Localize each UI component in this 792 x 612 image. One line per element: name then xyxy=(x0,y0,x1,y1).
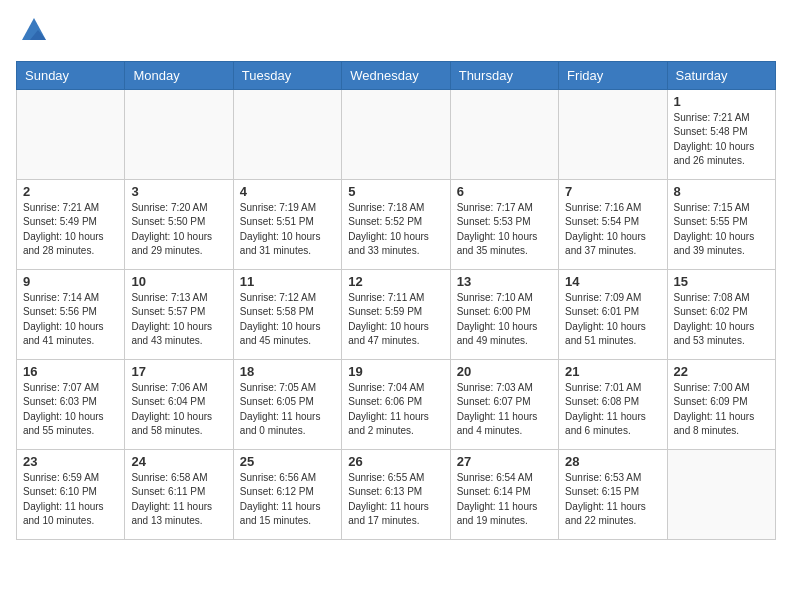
day-info: Sunrise: 6:55 AM Sunset: 6:13 PM Dayligh… xyxy=(348,471,443,529)
day-number: 6 xyxy=(457,184,552,199)
calendar-cell: 7Sunrise: 7:16 AM Sunset: 5:54 PM Daylig… xyxy=(559,179,667,269)
day-number: 4 xyxy=(240,184,335,199)
day-info: Sunrise: 7:08 AM Sunset: 6:02 PM Dayligh… xyxy=(674,291,769,349)
calendar-week-row: 23Sunrise: 6:59 AM Sunset: 6:10 PM Dayli… xyxy=(17,449,776,539)
day-number: 1 xyxy=(674,94,769,109)
day-info: Sunrise: 7:21 AM Sunset: 5:49 PM Dayligh… xyxy=(23,201,118,259)
calendar-cell xyxy=(233,89,341,179)
calendar-cell: 15Sunrise: 7:08 AM Sunset: 6:02 PM Dayli… xyxy=(667,269,775,359)
day-number: 25 xyxy=(240,454,335,469)
calendar-cell: 20Sunrise: 7:03 AM Sunset: 6:07 PM Dayli… xyxy=(450,359,558,449)
day-info: Sunrise: 7:13 AM Sunset: 5:57 PM Dayligh… xyxy=(131,291,226,349)
column-header-monday: Monday xyxy=(125,61,233,89)
calendar-cell: 21Sunrise: 7:01 AM Sunset: 6:08 PM Dayli… xyxy=(559,359,667,449)
calendar-cell: 10Sunrise: 7:13 AM Sunset: 5:57 PM Dayli… xyxy=(125,269,233,359)
calendar-cell: 6Sunrise: 7:17 AM Sunset: 5:53 PM Daylig… xyxy=(450,179,558,269)
calendar-week-row: 9Sunrise: 7:14 AM Sunset: 5:56 PM Daylig… xyxy=(17,269,776,359)
day-number: 24 xyxy=(131,454,226,469)
calendar-cell: 8Sunrise: 7:15 AM Sunset: 5:55 PM Daylig… xyxy=(667,179,775,269)
day-info: Sunrise: 7:00 AM Sunset: 6:09 PM Dayligh… xyxy=(674,381,769,439)
day-info: Sunrise: 7:11 AM Sunset: 5:59 PM Dayligh… xyxy=(348,291,443,349)
calendar-cell: 13Sunrise: 7:10 AM Sunset: 6:00 PM Dayli… xyxy=(450,269,558,359)
column-header-sunday: Sunday xyxy=(17,61,125,89)
calendar-cell: 19Sunrise: 7:04 AM Sunset: 6:06 PM Dayli… xyxy=(342,359,450,449)
calendar-cell: 26Sunrise: 6:55 AM Sunset: 6:13 PM Dayli… xyxy=(342,449,450,539)
day-number: 23 xyxy=(23,454,118,469)
day-info: Sunrise: 7:16 AM Sunset: 5:54 PM Dayligh… xyxy=(565,201,660,259)
column-header-saturday: Saturday xyxy=(667,61,775,89)
column-header-thursday: Thursday xyxy=(450,61,558,89)
day-number: 11 xyxy=(240,274,335,289)
day-info: Sunrise: 7:06 AM Sunset: 6:04 PM Dayligh… xyxy=(131,381,226,439)
day-number: 21 xyxy=(565,364,660,379)
day-number: 20 xyxy=(457,364,552,379)
day-info: Sunrise: 7:17 AM Sunset: 5:53 PM Dayligh… xyxy=(457,201,552,259)
day-number: 10 xyxy=(131,274,226,289)
day-number: 26 xyxy=(348,454,443,469)
calendar-table: SundayMondayTuesdayWednesdayThursdayFrid… xyxy=(16,61,776,540)
day-number: 9 xyxy=(23,274,118,289)
day-number: 7 xyxy=(565,184,660,199)
calendar-cell xyxy=(559,89,667,179)
calendar-cell xyxy=(450,89,558,179)
logo-icon xyxy=(20,16,48,44)
calendar-cell xyxy=(125,89,233,179)
calendar-cell: 12Sunrise: 7:11 AM Sunset: 5:59 PM Dayli… xyxy=(342,269,450,359)
calendar-cell xyxy=(17,89,125,179)
calendar-cell: 2Sunrise: 7:21 AM Sunset: 5:49 PM Daylig… xyxy=(17,179,125,269)
calendar-cell: 14Sunrise: 7:09 AM Sunset: 6:01 PM Dayli… xyxy=(559,269,667,359)
column-header-friday: Friday xyxy=(559,61,667,89)
day-info: Sunrise: 6:59 AM Sunset: 6:10 PM Dayligh… xyxy=(23,471,118,529)
day-number: 14 xyxy=(565,274,660,289)
calendar-week-row: 1Sunrise: 7:21 AM Sunset: 5:48 PM Daylig… xyxy=(17,89,776,179)
day-info: Sunrise: 7:12 AM Sunset: 5:58 PM Dayligh… xyxy=(240,291,335,349)
calendar-cell: 28Sunrise: 6:53 AM Sunset: 6:15 PM Dayli… xyxy=(559,449,667,539)
calendar-cell: 4Sunrise: 7:19 AM Sunset: 5:51 PM Daylig… xyxy=(233,179,341,269)
day-info: Sunrise: 7:14 AM Sunset: 5:56 PM Dayligh… xyxy=(23,291,118,349)
day-number: 3 xyxy=(131,184,226,199)
day-info: Sunrise: 7:20 AM Sunset: 5:50 PM Dayligh… xyxy=(131,201,226,259)
calendar-week-row: 2Sunrise: 7:21 AM Sunset: 5:49 PM Daylig… xyxy=(17,179,776,269)
day-info: Sunrise: 6:58 AM Sunset: 6:11 PM Dayligh… xyxy=(131,471,226,529)
day-number: 22 xyxy=(674,364,769,379)
day-number: 15 xyxy=(674,274,769,289)
calendar-cell: 25Sunrise: 6:56 AM Sunset: 6:12 PM Dayli… xyxy=(233,449,341,539)
calendar-cell: 11Sunrise: 7:12 AM Sunset: 5:58 PM Dayli… xyxy=(233,269,341,359)
calendar-cell: 16Sunrise: 7:07 AM Sunset: 6:03 PM Dayli… xyxy=(17,359,125,449)
day-info: Sunrise: 6:54 AM Sunset: 6:14 PM Dayligh… xyxy=(457,471,552,529)
calendar-cell: 18Sunrise: 7:05 AM Sunset: 6:05 PM Dayli… xyxy=(233,359,341,449)
day-number: 5 xyxy=(348,184,443,199)
day-info: Sunrise: 7:01 AM Sunset: 6:08 PM Dayligh… xyxy=(565,381,660,439)
calendar-cell: 24Sunrise: 6:58 AM Sunset: 6:11 PM Dayli… xyxy=(125,449,233,539)
day-number: 16 xyxy=(23,364,118,379)
calendar-cell: 17Sunrise: 7:06 AM Sunset: 6:04 PM Dayli… xyxy=(125,359,233,449)
calendar-cell: 22Sunrise: 7:00 AM Sunset: 6:09 PM Dayli… xyxy=(667,359,775,449)
day-info: Sunrise: 7:04 AM Sunset: 6:06 PM Dayligh… xyxy=(348,381,443,439)
day-info: Sunrise: 7:18 AM Sunset: 5:52 PM Dayligh… xyxy=(348,201,443,259)
day-info: Sunrise: 7:19 AM Sunset: 5:51 PM Dayligh… xyxy=(240,201,335,259)
calendar-cell: 9Sunrise: 7:14 AM Sunset: 5:56 PM Daylig… xyxy=(17,269,125,359)
calendar-week-row: 16Sunrise: 7:07 AM Sunset: 6:03 PM Dayli… xyxy=(17,359,776,449)
calendar-cell: 23Sunrise: 6:59 AM Sunset: 6:10 PM Dayli… xyxy=(17,449,125,539)
column-header-tuesday: Tuesday xyxy=(233,61,341,89)
day-number: 8 xyxy=(674,184,769,199)
calendar-cell: 3Sunrise: 7:20 AM Sunset: 5:50 PM Daylig… xyxy=(125,179,233,269)
day-info: Sunrise: 7:10 AM Sunset: 6:00 PM Dayligh… xyxy=(457,291,552,349)
day-info: Sunrise: 7:09 AM Sunset: 6:01 PM Dayligh… xyxy=(565,291,660,349)
day-info: Sunrise: 7:15 AM Sunset: 5:55 PM Dayligh… xyxy=(674,201,769,259)
day-info: Sunrise: 6:56 AM Sunset: 6:12 PM Dayligh… xyxy=(240,471,335,529)
calendar-cell: 5Sunrise: 7:18 AM Sunset: 5:52 PM Daylig… xyxy=(342,179,450,269)
day-number: 27 xyxy=(457,454,552,469)
column-header-wednesday: Wednesday xyxy=(342,61,450,89)
page-header xyxy=(16,16,776,49)
calendar-cell xyxy=(342,89,450,179)
logo xyxy=(16,16,48,49)
day-info: Sunrise: 7:03 AM Sunset: 6:07 PM Dayligh… xyxy=(457,381,552,439)
day-info: Sunrise: 7:21 AM Sunset: 5:48 PM Dayligh… xyxy=(674,111,769,169)
day-info: Sunrise: 6:53 AM Sunset: 6:15 PM Dayligh… xyxy=(565,471,660,529)
day-number: 19 xyxy=(348,364,443,379)
day-info: Sunrise: 7:05 AM Sunset: 6:05 PM Dayligh… xyxy=(240,381,335,439)
day-number: 2 xyxy=(23,184,118,199)
day-number: 18 xyxy=(240,364,335,379)
day-info: Sunrise: 7:07 AM Sunset: 6:03 PM Dayligh… xyxy=(23,381,118,439)
